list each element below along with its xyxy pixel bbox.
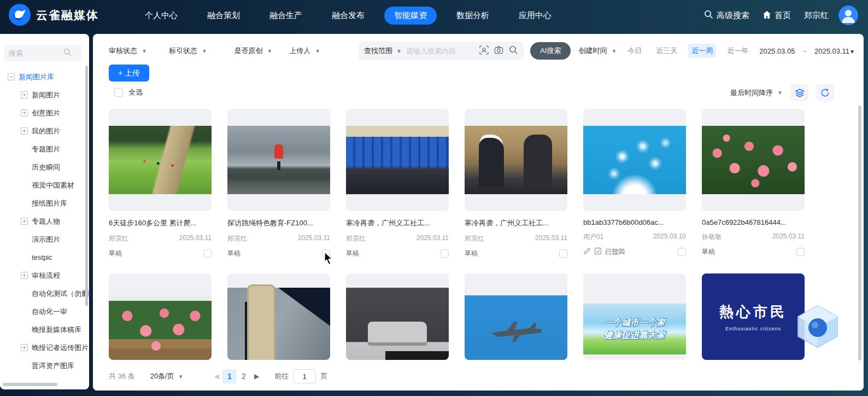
tree-item-testpic[interactable]: testpic: [0, 248, 89, 266]
nav-item-analytics[interactable]: 数据分析: [447, 7, 499, 25]
tree-item-creative-images[interactable]: +创意图片: [0, 104, 89, 122]
expand-icon[interactable]: +: [21, 218, 28, 225]
page-2-button[interactable]: 2: [237, 369, 251, 383]
card-title[interactable]: 探访跳绳特色教育-FZ100...: [227, 218, 330, 228]
date-from[interactable]: 2025.03.05: [759, 47, 795, 55]
sidebar-search-input[interactable]: [9, 49, 63, 57]
sort-dropdown[interactable]: 最后时间降序▼: [730, 88, 783, 98]
prev-page-button[interactable]: ◀: [211, 372, 222, 380]
tree-item-vcg-material[interactable]: 视觉中国素材: [0, 176, 89, 194]
image-card[interactable]: [227, 273, 330, 360]
sidebar-horizontal-scrollbar[interactable]: [3, 383, 57, 386]
image-card[interactable]: bb1ab3377b6b00d06ac... 用户012025.03.10 已驳…: [583, 109, 686, 258]
floating-3d-cube-widget[interactable]: [794, 302, 842, 351]
brand[interactable]: 云雀融媒体: [9, 4, 99, 27]
tree-item-auto-first-review[interactable]: 自动化一审: [0, 302, 89, 321]
image-card[interactable]: 熱心市民 Enthusiastic citizens: [702, 273, 805, 360]
card-checkbox[interactable]: [441, 249, 449, 258]
collapse-icon[interactable]: −: [8, 73, 15, 80]
tree-item-evening-reporter-remote[interactable]: +晚报记者远传图片: [0, 339, 89, 357]
filter-uploader[interactable]: 上传人▼: [289, 46, 359, 56]
page-size-dropdown[interactable]: 20条/页▼: [150, 371, 184, 381]
upload-button[interactable]: + 上传: [109, 65, 149, 81]
photo-enthusiastic-citizens[interactable]: 熱心市民 Enthusiastic citizens: [702, 273, 805, 360]
tree-item-topic-people[interactable]: +专题人物: [0, 212, 89, 230]
tree-item-news-images[interactable]: +新闻图片: [0, 86, 89, 104]
photo-volunteers-interview[interactable]: [346, 126, 449, 194]
expand-icon[interactable]: +: [21, 127, 28, 135]
nav-item-publish[interactable]: 融合发布: [322, 7, 374, 25]
refresh-button[interactable]: [816, 84, 834, 101]
user-name[interactable]: 郑宗红: [804, 10, 829, 21]
image-card[interactable]: 寒冷再袭，广州义工社工... 郑宗红2025.03.11 草稿: [346, 109, 449, 258]
card-title[interactable]: 寒冷再袭，广州义工社工...: [465, 218, 567, 228]
tree-item-evening-news-media[interactable]: 晚报新媒体稿库: [0, 321, 89, 339]
tree-item-puer-asset-library[interactable]: 普洱资产图库: [0, 357, 89, 375]
tree-item-topic-images[interactable]: 专题图片: [0, 140, 89, 158]
image-card[interactable]: [465, 273, 567, 360]
nav-item-smart-media[interactable]: 智能媒资: [384, 7, 437, 25]
tree-item-my-images[interactable]: +我的图片: [0, 122, 89, 140]
goto-page-input[interactable]: [293, 369, 316, 383]
next-page-button[interactable]: ▶: [251, 372, 262, 380]
camera-search-icon[interactable]: [494, 45, 503, 56]
layers-view-button[interactable]: [790, 84, 808, 101]
nav-item-planning[interactable]: 融合策划: [197, 7, 250, 25]
image-card[interactable]: 6天徒步160多公里 累计爬... 郑宗红2025.03.11 草稿: [109, 109, 212, 258]
nav-item-production[interactable]: 融合生产: [260, 7, 312, 25]
expand-icon[interactable]: +: [21, 272, 28, 279]
sidebar-search[interactable]: [4, 45, 81, 61]
photo-roses-on-fence[interactable]: [109, 295, 212, 360]
filter-review-status[interactable]: 审核状态▼: [109, 46, 169, 56]
expand-icon[interactable]: +: [21, 344, 28, 351]
expand-icon[interactable]: +: [21, 91, 28, 98]
pencil-icon[interactable]: [583, 247, 591, 257]
image-card[interactable]: [346, 273, 449, 360]
nav-item-personal[interactable]: 个人中心: [135, 7, 187, 25]
photo-grey-jeep[interactable]: [346, 288, 449, 360]
search-input[interactable]: [406, 47, 475, 55]
date-to[interactable]: 2025.03.11▼: [814, 47, 855, 55]
tree-item-news-image-library[interactable]: −新闻图片库: [0, 68, 89, 86]
time-type-dropdown[interactable]: 创建时间▼: [578, 46, 617, 56]
photo-transport-plane[interactable]: [465, 295, 567, 360]
expand-icon[interactable]: +: [21, 109, 28, 117]
image-card[interactable]: 一个城市一个家 健康促进靠大家: [583, 273, 686, 360]
tree-item-demo-images[interactable]: 演示图片: [0, 230, 89, 248]
tree-item-review-flow[interactable]: +审核流程: [0, 266, 89, 284]
photo-dandelion-sky[interactable]: [583, 126, 686, 194]
card-checkbox[interactable]: [559, 249, 567, 258]
sidebar-scrollbar[interactable]: [85, 66, 88, 306]
card-checkbox[interactable]: [678, 248, 686, 256]
photo-pink-roses[interactable]: [702, 126, 805, 194]
range-3days[interactable]: 近三天: [653, 44, 681, 58]
ai-search-button[interactable]: AI搜索: [530, 42, 571, 60]
card-title[interactable]: 寒冷再袭，广州义工社工...: [346, 218, 449, 228]
card-checkbox[interactable]: [796, 248, 805, 256]
page-1-button[interactable]: 1: [222, 369, 237, 383]
tree-item-auto-test[interactable]: 自动化测试（勿删: [0, 284, 89, 302]
range-1year[interactable]: 近一年: [724, 44, 752, 58]
photo-boy-jump-rope[interactable]: [227, 126, 330, 194]
nav-item-apps[interactable]: 应用中心: [509, 7, 561, 25]
range-today[interactable]: 今日: [624, 44, 645, 58]
image-card[interactable]: 探访跳绳特色教育-FZ100... 郑宗红2025.03.11 草稿: [227, 109, 330, 258]
photo-city-health-banner[interactable]: 一个城市一个家 健康促进靠大家: [583, 304, 686, 354]
image-card[interactable]: 寒冷再袭，广州义工社工... 郑宗红2025.03.11 草稿: [465, 109, 567, 258]
advanced-search-button[interactable]: 高级搜索: [704, 10, 749, 21]
image-card[interactable]: 0a5e7c6922b467816444... 孙敬敬2025.03.11 草稿: [702, 109, 805, 258]
card-title[interactable]: 0a5e7c6922b467816444...: [702, 218, 805, 226]
search-icon[interactable]: [509, 45, 518, 56]
filter-original[interactable]: 是否原创▼: [234, 46, 290, 56]
avatar[interactable]: [838, 5, 858, 25]
tree-item-newspaper-library[interactable]: 报纸图片库: [0, 194, 89, 212]
search-scope-dropdown[interactable]: 查找范围▼: [364, 46, 402, 56]
card-checkbox[interactable]: [203, 249, 212, 258]
card-title[interactable]: 6天徒步160多公里 累计爬...: [109, 218, 212, 228]
photo-tan-suv[interactable]: [227, 288, 330, 360]
face-search-icon[interactable]: [479, 45, 489, 56]
image-card[interactable]: [109, 273, 212, 360]
home-button[interactable]: 首页: [763, 10, 791, 21]
content-scrollbar[interactable]: [858, 106, 861, 360]
filter-index-status[interactable]: 标引状态▼: [169, 46, 234, 56]
